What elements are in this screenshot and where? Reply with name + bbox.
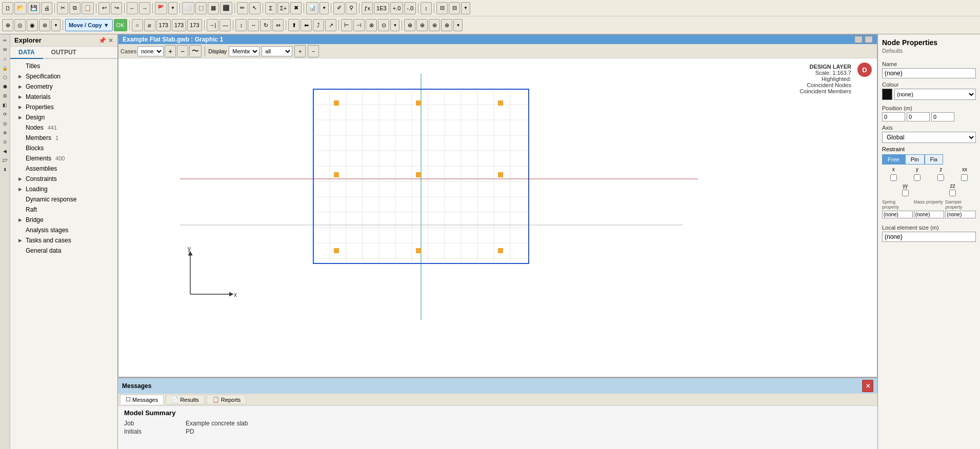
icon-strip-btn15[interactable]: ⬍	[1, 166, 9, 174]
search-btn[interactable]: ⚲	[346, 2, 357, 14]
cases-wave[interactable]: 〜	[189, 45, 202, 57]
display-area[interactable]: D DESIGN LAYER Scale: 1:163.7 Highlighte…	[118, 58, 877, 377]
pen-btn[interactable]: ✏	[237, 2, 248, 14]
z-checkbox[interactable]	[937, 174, 944, 181]
messages-close-btn[interactable]: ✕	[862, 380, 873, 392]
sidebar-item-materials[interactable]: ▶ Materials	[10, 92, 117, 102]
pin-icon[interactable]: 📌	[98, 37, 106, 44]
y-checkbox[interactable]	[914, 174, 921, 181]
tab-data[interactable]: DATA	[10, 47, 43, 59]
link4-btn[interactable]: ⊕	[441, 19, 452, 31]
msg-checkbox[interactable]: ☐	[126, 396, 131, 403]
sidebar-item-tasks[interactable]: ▶ Tasks and cases	[10, 235, 117, 246]
connect-dropdown[interactable]: ▼	[390, 19, 399, 31]
sidebar-item-loading[interactable]: ▶ Loading	[10, 184, 117, 194]
xx-checkbox[interactable]	[961, 174, 968, 181]
sidebar-item-members[interactable]: Members 1	[10, 133, 117, 143]
line-btn[interactable]: —	[219, 19, 231, 31]
icon-strip-btn9[interactable]: ⟳	[1, 110, 9, 118]
sidebar-item-design[interactable]: ▶ Design	[10, 112, 117, 123]
calc-btn[interactable]: Σ	[265, 2, 276, 14]
restraint-free-btn[interactable]: Free	[882, 154, 905, 165]
snap3-btn[interactable]: ◉	[27, 19, 38, 31]
ok-btn[interactable]: OK	[114, 19, 127, 31]
edit-btn[interactable]: ✐	[333, 2, 345, 14]
link2-btn[interactable]: ⊕	[416, 19, 428, 31]
local-element-size-input[interactable]	[882, 232, 976, 242]
cases-plus[interactable]: +	[165, 45, 176, 57]
sidebar-item-dynamic-response[interactable]: Dynamic response	[10, 194, 117, 205]
undo-btn[interactable]: ↩	[98, 2, 110, 14]
snap-btn[interactable]: ⊕	[2, 19, 13, 31]
rot-btn[interactable]: ↻	[260, 19, 271, 31]
sidebar-item-nodes[interactable]: Nodes 441	[10, 123, 117, 133]
pos-y-input[interactable]	[907, 112, 930, 121]
cut-btn[interactable]: ✂	[57, 2, 68, 14]
sidebar-item-blocks[interactable]: Blocks	[10, 143, 117, 153]
copy-btn[interactable]: ⧉	[69, 2, 81, 14]
sidebar-item-properties[interactable]: ▶ Properties	[10, 102, 117, 112]
icon-strip-btn7[interactable]: ⊞	[1, 92, 9, 100]
move-copy-button[interactable]: Move / Copy ▼	[65, 19, 113, 31]
num2-btn[interactable]: 173	[156, 19, 171, 31]
x-checkbox[interactable]	[890, 174, 897, 181]
num3-btn[interactable]: 173	[172, 19, 186, 31]
connect-btn[interactable]: ⊙	[378, 19, 389, 31]
select-btn[interactable]: ↖	[249, 2, 261, 14]
icon-strip-btn4[interactable]: 🔒	[1, 64, 9, 72]
extrude-btn[interactable]: ⬆	[288, 19, 299, 31]
gfx-plus[interactable]: +	[294, 45, 306, 57]
members-select[interactable]: Membe	[229, 46, 259, 56]
cases-select[interactable]: none	[137, 46, 164, 56]
redo-btn[interactable]: ↪	[111, 2, 122, 14]
colour-select[interactable]: (none)	[894, 89, 976, 100]
intersect-btn[interactable]: ⊗	[366, 19, 377, 31]
icon-strip-btn8[interactable]: ◧	[1, 101, 9, 109]
icon-strip-btn12[interactable]: ⊙	[1, 138, 9, 146]
link-dropdown[interactable]: ▼	[453, 19, 463, 31]
sidebar-item-constraints[interactable]: ▶ Constraints	[10, 174, 117, 184]
open-btn[interactable]: 📂	[14, 2, 27, 14]
split2-btn[interactable]: ⊣	[353, 19, 365, 31]
icon-strip-btn6[interactable]: ⬢	[1, 83, 9, 91]
icon-strip-btn10[interactable]: ◎	[1, 119, 9, 128]
angle-btn[interactable]: ⌀	[144, 19, 155, 31]
tab-output[interactable]: OUTPUT	[43, 47, 85, 58]
icon-strip-btn5[interactable]: ⬡	[1, 73, 9, 81]
flag-btn[interactable]: 🚩	[155, 2, 167, 14]
arrow-btn[interactable]: →|	[207, 19, 219, 31]
calc2-btn[interactable]: Σ+	[277, 2, 289, 14]
extrude3-btn[interactable]: ⤴	[313, 19, 324, 31]
chart-dropdown[interactable]: ▼	[319, 2, 329, 14]
sidebar-item-specification[interactable]: ▶ Specification	[10, 71, 117, 81]
axis-select[interactable]: Global	[882, 132, 976, 143]
align-dropdown[interactable]: ▼	[461, 2, 470, 14]
sidebar-item-assemblies[interactable]: Assemblies	[10, 164, 117, 174]
num4-btn[interactable]: 173	[187, 19, 202, 31]
flag-dropdown[interactable]: ▼	[168, 2, 177, 14]
close-icon[interactable]: ✕	[108, 37, 113, 44]
structure-canvas[interactable]: y x	[118, 58, 877, 377]
gfx-minus[interactable]: −	[308, 45, 319, 57]
icon-strip-btn14[interactable]: 27	[1, 156, 9, 165]
msg-tab-results[interactable]: 📄 Results	[166, 395, 205, 404]
icon-strip-btn3[interactable]: ⌂	[1, 55, 9, 63]
align-btn[interactable]: ⊟	[436, 2, 448, 14]
mirror-btn[interactable]: ⇔	[272, 19, 284, 31]
zz-checkbox[interactable]	[949, 190, 956, 196]
link-btn[interactable]: ⊕	[404, 19, 415, 31]
circle-btn[interactable]: ○	[132, 19, 143, 31]
chart-btn[interactable]: 📊	[306, 2, 318, 14]
forward-btn[interactable]: →	[139, 2, 150, 14]
split-btn[interactable]: ⊢	[341, 19, 352, 31]
grid-btn[interactable]: ▦	[208, 2, 219, 14]
restraint-pin-btn[interactable]: Pin	[905, 154, 925, 165]
minimize-btn[interactable]: _	[854, 36, 863, 43]
snap-dropdown[interactable]: ▼	[51, 19, 61, 31]
icon-strip-btn1[interactable]: ✏	[1, 36, 9, 45]
move-btn[interactable]: ↕	[235, 19, 247, 31]
extrude4-btn[interactable]: ↗	[325, 19, 336, 31]
icon-strip-btn11[interactable]: ⊕	[1, 129, 9, 137]
num-btn[interactable]: 1E3	[374, 2, 389, 14]
cursor-btn[interactable]: ↕	[421, 2, 432, 14]
